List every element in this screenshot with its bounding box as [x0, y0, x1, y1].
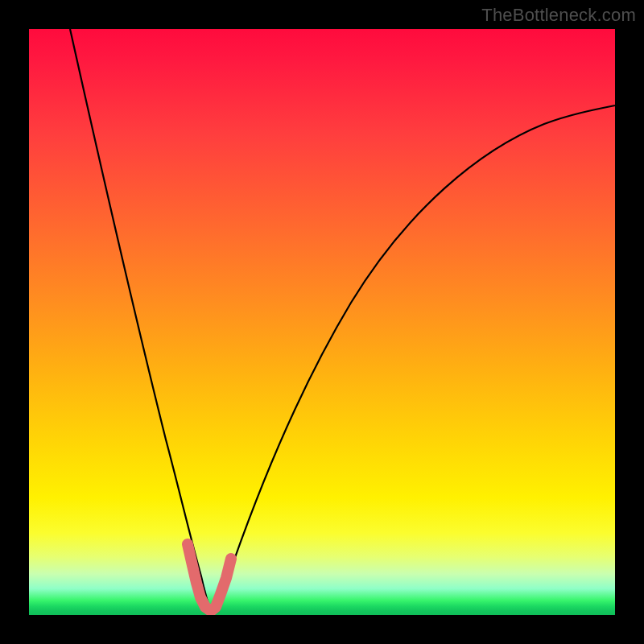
bottleneck-curve-left-branch — [70, 29, 211, 613]
marker-segment — [188, 544, 231, 611]
watermark-text: TheBottleneck.com — [481, 5, 636, 26]
bottleneck-curve-right-branch — [211, 105, 615, 613]
outer-frame: TheBottleneck.com — [0, 0, 644, 644]
plot-area — [29, 29, 615, 615]
curve-layer — [29, 29, 615, 615]
